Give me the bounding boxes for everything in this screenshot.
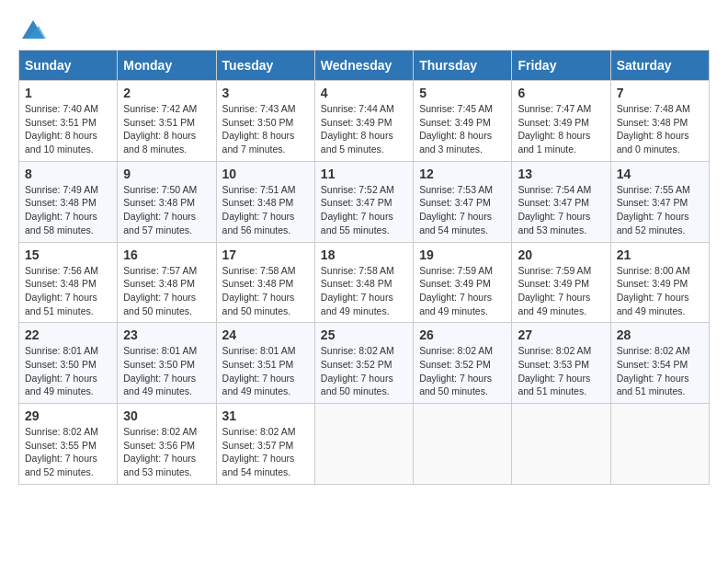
- day-info: Sunrise: 7:58 AMSunset: 3:48 PMDaylight:…: [321, 264, 407, 318]
- day-number: 4: [321, 86, 407, 100]
- day-number: 14: [617, 167, 703, 181]
- day-info: Sunrise: 7:59 AMSunset: 3:49 PMDaylight:…: [419, 264, 506, 318]
- calendar-cell: 16 Sunrise: 7:57 AMSunset: 3:48 PMDaylig…: [118, 242, 216, 323]
- weekday-header-thursday: Thursday: [414, 51, 512, 81]
- calendar-cell: 26 Sunrise: 8:02 AMSunset: 3:52 PMDaylig…: [414, 323, 512, 404]
- day-info: Sunrise: 8:01 AMSunset: 3:50 PMDaylight:…: [25, 344, 111, 398]
- day-info: Sunrise: 7:47 AMSunset: 3:49 PMDaylight:…: [518, 102, 604, 156]
- day-info: Sunrise: 7:51 AMSunset: 3:48 PMDaylight:…: [222, 183, 309, 237]
- calendar-cell: 29 Sunrise: 8:02 AMSunset: 3:55 PMDaylig…: [19, 404, 118, 485]
- calendar-cell: [314, 404, 413, 485]
- weekday-header-saturday: Saturday: [610, 51, 709, 81]
- weekday-header-sunday: Sunday: [19, 51, 118, 81]
- day-number: 20: [518, 247, 604, 262]
- day-info: Sunrise: 7:52 AMSunset: 3:47 PMDaylight:…: [321, 183, 407, 237]
- day-number: 17: [222, 247, 309, 262]
- calendar-table: SundayMondayTuesdayWednesdayThursdayFrid…: [18, 50, 710, 485]
- day-info: Sunrise: 8:02 AMSunset: 3:55 PMDaylight:…: [25, 425, 111, 479]
- day-number: 2: [123, 86, 210, 100]
- logo-icon: [20, 18, 46, 39]
- day-number: 1: [25, 86, 111, 100]
- calendar-cell: 6 Sunrise: 7:47 AMSunset: 3:49 PMDayligh…: [512, 81, 610, 162]
- day-number: 5: [419, 86, 506, 100]
- day-number: 28: [617, 327, 703, 342]
- day-info: Sunrise: 8:02 AMSunset: 3:52 PMDaylight:…: [321, 344, 407, 398]
- calendar-cell: 5 Sunrise: 7:45 AMSunset: 3:49 PMDayligh…: [414, 81, 512, 162]
- day-number: 29: [25, 408, 111, 423]
- day-number: 11: [321, 167, 407, 181]
- calendar-cell: 8 Sunrise: 7:49 AMSunset: 3:48 PMDayligh…: [19, 161, 118, 242]
- day-number: 22: [25, 327, 111, 342]
- day-info: Sunrise: 7:50 AMSunset: 3:48 PMDaylight:…: [123, 183, 210, 237]
- day-number: 6: [518, 86, 604, 100]
- weekday-header-monday: Monday: [118, 51, 216, 81]
- day-info: Sunrise: 8:02 AMSunset: 3:54 PMDaylight:…: [617, 344, 703, 398]
- day-number: 18: [321, 247, 407, 262]
- calendar-cell: 15 Sunrise: 7:56 AMSunset: 3:48 PMDaylig…: [19, 242, 118, 323]
- weekday-header-friday: Friday: [512, 51, 610, 81]
- day-number: 10: [222, 167, 309, 181]
- calendar-cell: 1 Sunrise: 7:40 AMSunset: 3:51 PMDayligh…: [19, 81, 118, 162]
- day-info: Sunrise: 7:57 AMSunset: 3:48 PMDaylight:…: [123, 264, 210, 318]
- day-number: 26: [419, 327, 506, 342]
- calendar-cell: 13 Sunrise: 7:54 AMSunset: 3:47 PMDaylig…: [512, 161, 610, 242]
- calendar-cell: 23 Sunrise: 8:01 AMSunset: 3:50 PMDaylig…: [118, 323, 216, 404]
- calendar-cell: [610, 404, 709, 485]
- day-info: Sunrise: 7:59 AMSunset: 3:49 PMDaylight:…: [518, 264, 604, 318]
- calendar-cell: 19 Sunrise: 7:59 AMSunset: 3:49 PMDaylig…: [414, 242, 512, 323]
- day-info: Sunrise: 7:55 AMSunset: 3:47 PMDaylight:…: [617, 183, 703, 237]
- day-number: 9: [123, 167, 210, 181]
- calendar-cell: 22 Sunrise: 8:01 AMSunset: 3:50 PMDaylig…: [19, 323, 118, 404]
- day-info: Sunrise: 7:49 AMSunset: 3:48 PMDaylight:…: [25, 183, 111, 237]
- day-number: 19: [419, 247, 506, 262]
- day-info: Sunrise: 7:54 AMSunset: 3:47 PMDaylight:…: [518, 183, 604, 237]
- calendar-cell: [512, 404, 610, 485]
- day-info: Sunrise: 7:58 AMSunset: 3:48 PMDaylight:…: [222, 264, 309, 318]
- calendar-cell: 14 Sunrise: 7:55 AMSunset: 3:47 PMDaylig…: [610, 161, 709, 242]
- calendar-cell: 10 Sunrise: 7:51 AMSunset: 3:48 PMDaylig…: [216, 161, 314, 242]
- weekday-header-wednesday: Wednesday: [314, 51, 413, 81]
- calendar-cell: 24 Sunrise: 8:01 AMSunset: 3:51 PMDaylig…: [216, 323, 314, 404]
- logo: [18, 18, 46, 35]
- day-number: 12: [419, 167, 506, 181]
- day-number: 8: [25, 167, 111, 181]
- calendar-cell: 3 Sunrise: 7:43 AMSunset: 3:50 PMDayligh…: [216, 81, 314, 162]
- calendar-cell: 7 Sunrise: 7:48 AMSunset: 3:48 PMDayligh…: [610, 81, 709, 162]
- calendar-cell: 30 Sunrise: 8:02 AMSunset: 3:56 PMDaylig…: [118, 404, 216, 485]
- calendar-cell: 9 Sunrise: 7:50 AMSunset: 3:48 PMDayligh…: [118, 161, 216, 242]
- day-info: Sunrise: 8:01 AMSunset: 3:50 PMDaylight:…: [123, 344, 210, 398]
- calendar-cell: 11 Sunrise: 7:52 AMSunset: 3:47 PMDaylig…: [314, 161, 413, 242]
- calendar-cell: 2 Sunrise: 7:42 AMSunset: 3:51 PMDayligh…: [118, 81, 216, 162]
- day-number: 21: [617, 247, 703, 262]
- page-header: [18, 18, 710, 35]
- calendar-cell: 17 Sunrise: 7:58 AMSunset: 3:48 PMDaylig…: [216, 242, 314, 323]
- day-number: 30: [123, 408, 210, 423]
- day-info: Sunrise: 7:48 AMSunset: 3:48 PMDaylight:…: [617, 102, 703, 156]
- day-info: Sunrise: 8:01 AMSunset: 3:51 PMDaylight:…: [222, 344, 309, 398]
- day-number: 23: [123, 327, 210, 342]
- calendar-cell: 25 Sunrise: 8:02 AMSunset: 3:52 PMDaylig…: [314, 323, 413, 404]
- calendar-cell: 4 Sunrise: 7:44 AMSunset: 3:49 PMDayligh…: [314, 81, 413, 162]
- day-info: Sunrise: 7:53 AMSunset: 3:47 PMDaylight:…: [419, 183, 506, 237]
- day-number: 25: [321, 327, 407, 342]
- day-info: Sunrise: 8:02 AMSunset: 3:57 PMDaylight:…: [222, 425, 309, 479]
- day-number: 31: [222, 408, 309, 423]
- day-number: 27: [518, 327, 604, 342]
- calendar-cell: 12 Sunrise: 7:53 AMSunset: 3:47 PMDaylig…: [414, 161, 512, 242]
- day-info: Sunrise: 8:02 AMSunset: 3:56 PMDaylight:…: [123, 425, 210, 479]
- day-info: Sunrise: 7:45 AMSunset: 3:49 PMDaylight:…: [419, 102, 506, 156]
- day-info: Sunrise: 8:02 AMSunset: 3:53 PMDaylight:…: [518, 344, 604, 398]
- calendar-cell: [414, 404, 512, 485]
- day-info: Sunrise: 7:56 AMSunset: 3:48 PMDaylight:…: [25, 264, 111, 318]
- calendar-cell: 27 Sunrise: 8:02 AMSunset: 3:53 PMDaylig…: [512, 323, 610, 404]
- day-info: Sunrise: 8:02 AMSunset: 3:52 PMDaylight:…: [419, 344, 506, 398]
- calendar-cell: 18 Sunrise: 7:58 AMSunset: 3:48 PMDaylig…: [314, 242, 413, 323]
- calendar-cell: 21 Sunrise: 8:00 AMSunset: 3:49 PMDaylig…: [610, 242, 709, 323]
- calendar-cell: 20 Sunrise: 7:59 AMSunset: 3:49 PMDaylig…: [512, 242, 610, 323]
- day-number: 3: [222, 86, 309, 100]
- day-info: Sunrise: 7:42 AMSunset: 3:51 PMDaylight:…: [123, 102, 210, 156]
- calendar-cell: 28 Sunrise: 8:02 AMSunset: 3:54 PMDaylig…: [610, 323, 709, 404]
- day-number: 24: [222, 327, 309, 342]
- day-number: 13: [518, 167, 604, 181]
- calendar-cell: 31 Sunrise: 8:02 AMSunset: 3:57 PMDaylig…: [216, 404, 314, 485]
